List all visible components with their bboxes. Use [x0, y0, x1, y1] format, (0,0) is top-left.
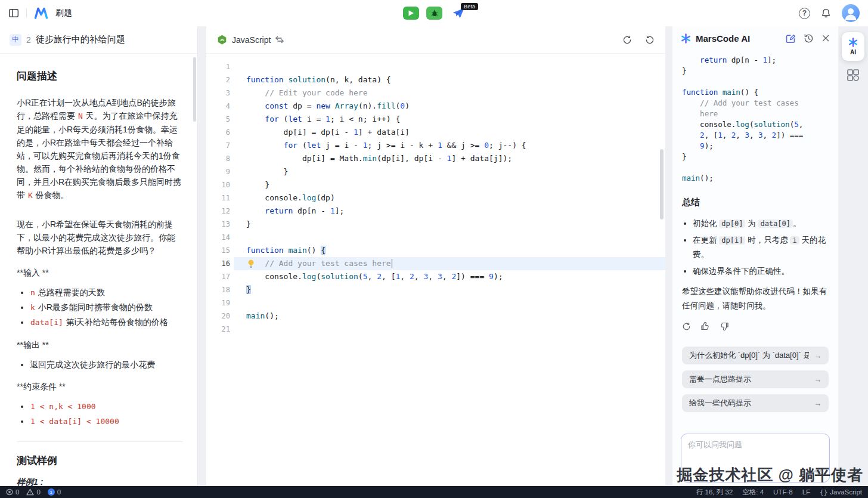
- code-line[interactable]: 21: [206, 323, 665, 336]
- code-line[interactable]: 15function main() {: [206, 244, 665, 257]
- line-number[interactable]: 3: [206, 86, 230, 100]
- thumbs-down-icon[interactable]: [720, 321, 729, 331]
- code-text[interactable]: for (let i = 1; i < n; i++) {: [246, 113, 400, 126]
- line-number[interactable]: 21: [206, 323, 230, 336]
- panel-toggle-icon[interactable]: [8, 8, 19, 18]
- code-text[interactable]: [246, 60, 251, 73]
- line-number[interactable]: 7: [206, 139, 230, 152]
- problem-body: 问题描述 小R正在计划一次从地点A到地点B的徒步旅行，总路程需要 N 天。为了在…: [0, 54, 197, 486]
- errors-indicator[interactable]: 0: [6, 488, 19, 496]
- code-text[interactable]: [246, 296, 251, 310]
- code-line[interactable]: 6 dp[i] = dp[i - 1] + data[i]: [206, 126, 665, 139]
- cursor-position[interactable]: 行 16, 列 32: [696, 488, 733, 497]
- code-text[interactable]: dp[i] = Math.min(dp[i], dp[i - 1] + data…: [246, 152, 512, 165]
- line-number[interactable]: 19: [206, 296, 230, 310]
- line-number[interactable]: 15: [206, 244, 230, 257]
- quick-fix-lightbulb-icon[interactable]: [247, 259, 255, 268]
- code-line[interactable]: 5 for (let i = 1; i < n; i++) {: [206, 113, 665, 126]
- regenerate-icon[interactable]: [682, 322, 691, 331]
- code-line[interactable]: 4 const dp = new Array(n).fill(0): [206, 100, 665, 113]
- code-line[interactable]: 7 for (let j = i - 1; j >= i - k + 1 && …: [206, 139, 665, 152]
- code-line[interactable]: 20main();: [206, 310, 665, 323]
- code-text[interactable]: dp[i] = dp[i - 1] + data[i]: [246, 126, 410, 139]
- submit-button[interactable]: Beta: [452, 7, 465, 19]
- code-line[interactable]: 2function solution(n, k, data) {: [206, 73, 665, 86]
- line-number[interactable]: 11: [206, 191, 230, 205]
- notifications-bell-icon[interactable]: [821, 8, 831, 18]
- code-text[interactable]: }: [246, 178, 269, 191]
- line-number[interactable]: 5: [206, 113, 230, 126]
- line-number[interactable]: 14: [206, 231, 230, 244]
- code-line[interactable]: 10 }: [206, 178, 665, 191]
- line-number[interactable]: 16: [206, 257, 230, 270]
- extension-widget-icon[interactable]: [846, 68, 860, 82]
- code-line[interactable]: 9 }: [206, 165, 665, 178]
- code-text[interactable]: // Add your test cases here: [246, 257, 392, 270]
- line-number[interactable]: 13: [206, 218, 230, 231]
- nav-practice-tab[interactable]: 刷题: [55, 8, 72, 18]
- code-text[interactable]: function solution(n, k, data) {: [246, 73, 391, 86]
- warnings-indicator[interactable]: 0: [26, 488, 40, 496]
- code-text[interactable]: const dp = new Array(n).fill(0): [246, 100, 410, 113]
- editor-scrollbar[interactable]: [660, 149, 664, 219]
- code-text[interactable]: console.log(solution(5, 2, [1, 2, 3, 3, …: [246, 270, 503, 283]
- code-text[interactable]: return dp[n - 1];: [246, 205, 344, 218]
- user-avatar[interactable]: [842, 4, 860, 22]
- run-button[interactable]: [403, 7, 419, 20]
- encoding-setting[interactable]: UTF-8: [773, 488, 793, 496]
- line-number[interactable]: 2: [206, 73, 230, 86]
- line-number[interactable]: 8: [206, 152, 230, 165]
- suggestion-chip[interactable]: 需要一点思路提示→: [682, 370, 829, 388]
- code-line[interactable]: 1: [206, 60, 665, 73]
- code-line[interactable]: 14: [206, 231, 665, 244]
- code-editor[interactable]: 1 2function solution(n, k, data) {3 // E…: [206, 54, 665, 486]
- thumbs-up-icon[interactable]: [700, 321, 710, 331]
- code-text[interactable]: }: [246, 218, 251, 231]
- inline-code: K: [27, 191, 33, 200]
- indentation-setting[interactable]: 空格: 4: [742, 488, 764, 497]
- reset-code-icon[interactable]: [645, 35, 655, 45]
- code-text[interactable]: [246, 231, 251, 244]
- code-line[interactable]: 8 dp[i] = Math.min(dp[i], dp[i - 1] + da…: [206, 152, 665, 165]
- problem-scrollbar[interactable]: [193, 57, 196, 122]
- marscode-logo-icon[interactable]: [34, 7, 48, 19]
- help-icon[interactable]: ?: [799, 8, 810, 19]
- code-text[interactable]: }: [246, 165, 288, 178]
- line-number[interactable]: 17: [206, 270, 230, 283]
- line-number[interactable]: 12: [206, 205, 230, 218]
- code-line[interactable]: 18}: [206, 283, 665, 296]
- notices-indicator[interactable]: 1 0: [48, 488, 61, 496]
- code-line[interactable]: 13}: [206, 218, 665, 231]
- suggestion-chip[interactable]: 给我一些代码提示→: [682, 394, 829, 412]
- code-text[interactable]: [246, 323, 251, 336]
- code-text[interactable]: // Edit your code here: [246, 86, 368, 100]
- line-number[interactable]: 10: [206, 178, 230, 191]
- refresh-icon[interactable]: [622, 35, 632, 45]
- eol-setting[interactable]: LF: [802, 488, 810, 496]
- language-switch-icon[interactable]: [275, 36, 284, 44]
- line-number[interactable]: 6: [206, 126, 230, 139]
- code-line[interactable]: 17 console.log(solution(5, 2, [1, 2, 3, …: [206, 270, 665, 283]
- code-line[interactable]: 11 console.log(dp): [206, 191, 665, 205]
- code-text[interactable]: for (let j = i - 1; j >= i - k + 1 && j …: [246, 139, 526, 152]
- code-text[interactable]: console.log(dp): [246, 191, 335, 205]
- line-number[interactable]: 4: [206, 100, 230, 113]
- code-line[interactable]: 3 // Edit your code here: [206, 86, 665, 100]
- code-text[interactable]: function main() {: [246, 244, 326, 257]
- line-number[interactable]: 18: [206, 283, 230, 296]
- code-line[interactable]: 19: [206, 296, 665, 310]
- code-line[interactable]: 16 // Add your test cases here: [206, 257, 665, 270]
- debug-button[interactable]: [426, 7, 442, 20]
- language-mode[interactable]: {} JavaScript: [820, 488, 862, 496]
- line-number[interactable]: 20: [206, 310, 230, 323]
- suggestion-chip[interactable]: 为什么初始化 `dp[0]` 为 `data[0]` 是...→: [682, 347, 829, 364]
- marscode-ai-fab[interactable]: AI: [842, 32, 864, 61]
- code-line[interactable]: 12 return dp[n - 1];: [206, 205, 665, 218]
- close-icon[interactable]: [822, 34, 830, 42]
- line-number[interactable]: 9: [206, 165, 230, 178]
- history-icon[interactable]: [804, 33, 814, 44]
- line-number[interactable]: 1: [206, 60, 230, 73]
- code-text[interactable]: main();: [246, 310, 279, 323]
- code-text[interactable]: }: [246, 283, 251, 296]
- new-chat-icon[interactable]: [786, 33, 796, 44]
